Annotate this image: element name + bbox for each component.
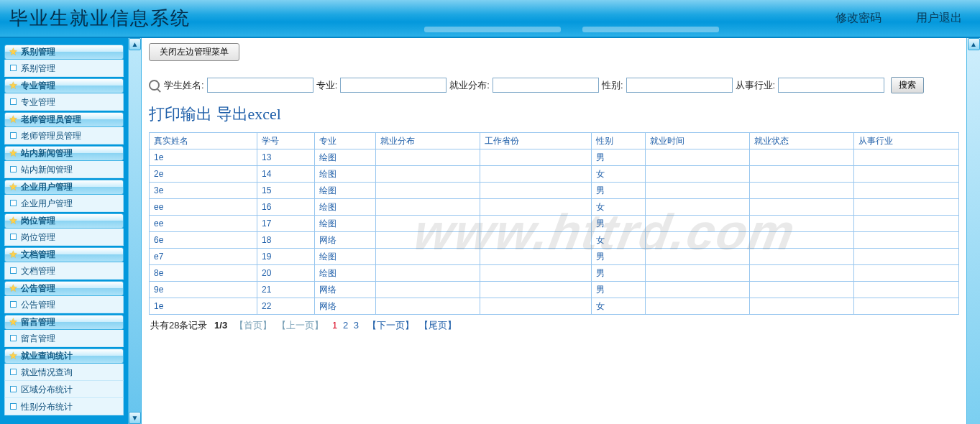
table-cell: 21	[257, 282, 315, 298]
table-row[interactable]: 1e13绘图男	[150, 149, 959, 166]
square-icon	[10, 234, 17, 240]
square-icon	[10, 65, 17, 71]
input-distribution[interactable]	[493, 78, 599, 93]
column-header: 就业状态	[750, 133, 854, 149]
sidebar-group-header[interactable]: ★文档管理	[4, 247, 124, 262]
label-industry: 从事行业:	[736, 79, 776, 92]
table-row[interactable]: 3e15绘图男	[150, 183, 959, 199]
square-icon	[10, 386, 17, 392]
table-cell	[646, 166, 750, 183]
main-content: 关闭左边管理菜单 学生姓名: 专业: 就业分布: 性别: 从事行业: 搜索 打印…	[142, 38, 966, 424]
table-cell	[854, 216, 959, 232]
table-cell: 绘图	[315, 249, 376, 265]
scroll-down-button[interactable]: ▼	[129, 412, 141, 424]
table-cell: 女	[592, 298, 646, 315]
input-industry[interactable]	[778, 78, 884, 93]
export-excel-link[interactable]: 导出excel	[216, 105, 281, 123]
sidebar-group-header[interactable]: ★专业管理	[4, 78, 124, 93]
first-page-link[interactable]: 【首页】	[234, 320, 272, 331]
print-link[interactable]: 打印输出	[149, 105, 212, 123]
sidebar-group-header[interactable]: ★系别管理	[4, 45, 124, 60]
table-row[interactable]: 8e20绘图男	[150, 265, 959, 282]
sidebar-group-header[interactable]: ★留言管理	[4, 315, 124, 330]
table-cell	[750, 183, 854, 199]
star-icon: ★	[9, 112, 17, 127]
sidebar-item[interactable]: 文档管理	[4, 262, 124, 280]
table-row[interactable]: 1e22网络女	[150, 298, 959, 315]
input-student-name[interactable]	[207, 78, 313, 93]
sidebar-item[interactable]: 区域分布统计	[4, 381, 124, 398]
sidebar-group-header[interactable]: ★企业用户管理	[4, 180, 124, 195]
sidebar-item[interactable]: 岗位管理	[4, 229, 124, 246]
sidebar: ★系别管理系别管理★专业管理专业管理★老师管理员管理老师管理员管理★站内新闻管理…	[0, 38, 128, 424]
input-gender[interactable]	[626, 78, 733, 93]
sidebar-scrollbar[interactable]: ▲ ▼	[128, 38, 142, 424]
prev-page-link[interactable]: 【上一页】	[277, 320, 324, 331]
page-2-link[interactable]: 2	[343, 320, 348, 331]
sidebar-item[interactable]: 企业用户管理	[4, 195, 124, 212]
sidebar-item[interactable]: 站内新闻管理	[4, 161, 124, 178]
table-cell	[376, 249, 480, 265]
table-cell: 绘图	[315, 149, 376, 166]
content-scrollbar[interactable]: ▲	[966, 38, 980, 424]
table-row[interactable]: 6e18网络女	[150, 232, 959, 249]
sidebar-item-label: 系别管理	[21, 60, 55, 77]
logout-link[interactable]: 用户退出	[916, 11, 962, 26]
sidebar-group-label: 公告管理	[21, 281, 55, 296]
page-3-link[interactable]: 3	[354, 320, 359, 331]
table-cell	[854, 149, 959, 166]
change-password-link[interactable]: 修改密码	[835, 11, 881, 26]
table-cell	[646, 199, 750, 216]
table-row[interactable]: e719绘图男	[150, 249, 959, 265]
sidebar-group-label: 系别管理	[21, 45, 55, 60]
sidebar-group-label: 老师管理员管理	[21, 112, 81, 127]
scroll-up-button[interactable]: ▲	[129, 38, 141, 50]
table-cell	[480, 282, 592, 298]
search-button[interactable]: 搜索	[891, 77, 924, 93]
star-icon: ★	[9, 315, 17, 330]
star-icon: ★	[9, 247, 17, 262]
last-page-link[interactable]: 【尾页】	[419, 320, 457, 331]
table-row[interactable]: 9e21网络男	[150, 282, 959, 298]
table-cell: 1e	[150, 298, 257, 315]
table-cell: 绘图	[315, 166, 376, 183]
close-sidebar-button[interactable]: 关闭左边管理菜单	[149, 43, 239, 61]
page-1-link[interactable]: 1	[332, 320, 337, 331]
column-header: 学号	[257, 133, 315, 149]
table-row[interactable]: ee16绘图女	[150, 199, 959, 216]
sidebar-group-header[interactable]: ★站内新闻管理	[4, 146, 124, 161]
sidebar-item[interactable]: 老师管理员管理	[4, 127, 124, 144]
table-cell	[646, 149, 750, 166]
table-cell	[480, 199, 592, 216]
sidebar-item-label: 老师管理员管理	[21, 127, 81, 144]
label-major: 专业:	[316, 79, 338, 92]
sidebar-item-label: 文档管理	[21, 262, 55, 280]
sidebar-item-label: 公告管理	[21, 296, 55, 313]
sidebar-item[interactable]: 性别分布统计	[4, 398, 124, 415]
sidebar-item-label: 站内新闻管理	[21, 161, 73, 178]
sidebar-group-header[interactable]: ★公告管理	[4, 281, 124, 296]
sidebar-item[interactable]: 系别管理	[4, 60, 124, 77]
sidebar-group-header[interactable]: ★老师管理员管理	[4, 112, 124, 127]
sidebar-item[interactable]: 专业管理	[4, 93, 124, 111]
table-cell: ee	[150, 199, 257, 216]
table-row[interactable]: 2e14绘图女	[150, 166, 959, 183]
table-cell: 3e	[150, 183, 257, 199]
table-cell: 男	[592, 282, 646, 298]
square-icon	[10, 132, 17, 139]
sidebar-item[interactable]: 就业情况查询	[4, 364, 124, 381]
next-page-link[interactable]: 【下一页】	[367, 320, 414, 331]
content-scroll-up-button[interactable]: ▲	[968, 38, 980, 50]
sidebar-item[interactable]: 公告管理	[4, 296, 124, 313]
star-icon: ★	[9, 146, 17, 161]
sidebar-group-header[interactable]: ★就业查询统计	[4, 349, 124, 364]
sidebar-item[interactable]: 留言管理	[4, 330, 124, 347]
table-cell: 16	[257, 199, 315, 216]
sidebar-group-label: 留言管理	[21, 315, 55, 330]
input-major[interactable]	[340, 78, 447, 93]
square-icon	[10, 301, 17, 308]
sidebar-group-header[interactable]: ★岗位管理	[4, 213, 124, 229]
table-cell	[854, 249, 959, 265]
table-cell	[750, 166, 854, 183]
table-row[interactable]: ee17绘图男	[150, 216, 959, 232]
